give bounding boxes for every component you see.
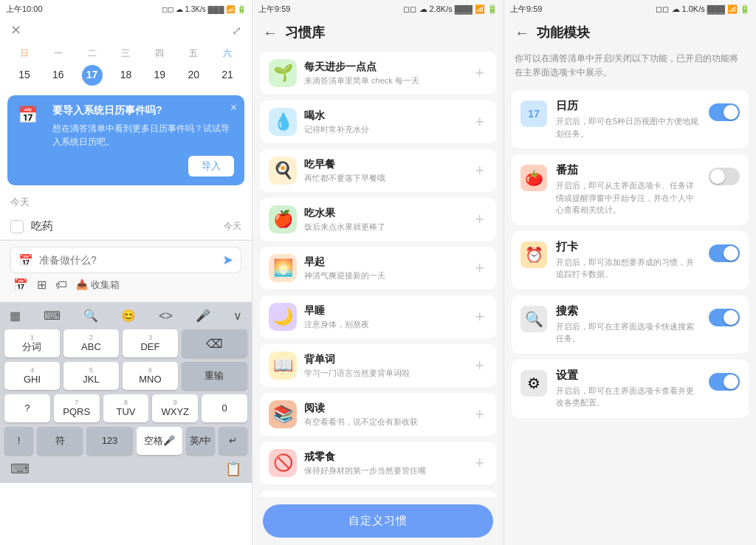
custom-habit-button[interactable]: 自定义习惯 — [263, 504, 493, 538]
panel-habits-library: 上午9:59 ◻◻ ☁ 2.8K/s ▓▓▓ 📶 🔋 ← 习惯库 🌱 每天进步一… — [252, 0, 504, 545]
todo-input[interactable] — [39, 254, 216, 266]
habit-add-btn-2[interactable]: + — [472, 158, 487, 183]
send-icon[interactable]: ➤ — [222, 252, 233, 268]
calendar-icon-small: 📅 — [18, 253, 33, 267]
toolbar-grid-icon[interactable]: ⊞ — [37, 278, 47, 292]
toolbar-tag-icon[interactable]: 🏷 — [55, 278, 67, 292]
import-button[interactable]: 导入 — [188, 156, 234, 176]
habit-add-btn-0[interactable]: + — [472, 61, 487, 86]
status-bar-1: 上午10:00 ◻◻ ☁ 1.3K/s ▓▓▓ 📶 🔋 — [0, 0, 252, 18]
cal-day-20[interactable]: 20 — [183, 65, 204, 86]
kb-key-4[interactable]: 4 GHI — [4, 362, 60, 390]
kb-rewrite-key[interactable]: 重输 — [182, 362, 247, 390]
habit-icon-1: 💧 — [269, 108, 297, 136]
cal-day-16[interactable]: 16 — [48, 65, 69, 86]
cal-day-17[interactable]: 17 — [82, 65, 103, 86]
panel1-header: ✕ ⤢ — [0, 18, 252, 43]
habit-icon-3: 🍎 — [269, 205, 297, 233]
todo-checkbox[interactable] — [10, 220, 24, 233]
module-item-2: ⏰ 打卡 开启后，即可添加想要养成的习惯，并追踪打卡数据。 — [512, 231, 749, 289]
cal-day-18[interactable]: 18 — [115, 65, 136, 86]
kb-keyboard-icon[interactable]: ⌨ — [40, 307, 64, 324]
kb-key-9[interactable]: 9 WXYZ — [152, 394, 198, 422]
kb-key-1[interactable]: 1 分词 — [4, 329, 60, 357]
status-bar-3: 上午9:59 ◻◻ ☁ 1.0K/s ▓▓▓ 📶 🔋 — [504, 0, 756, 18]
status-icons-3: ◻◻ ☁ 1.0K/s ▓▓▓ 📶 🔋 — [656, 4, 750, 14]
habit-add-btn-3[interactable]: + — [472, 207, 487, 232]
habit-add-btn-8[interactable]: + — [472, 450, 487, 476]
module-item-4: ⚙ 设置 开启后，即可在主界面选项卡查看并更改各类配置。 — [512, 360, 749, 418]
keyboard-icon-right[interactable]: 📋 — [225, 461, 241, 477]
kb-key-2[interactable]: 2 ABC — [63, 329, 119, 357]
module-icon-1: 🍅 — [520, 165, 547, 191]
kb-key-7[interactable]: 7 PQRS — [54, 394, 100, 422]
module-desc-3: 开启后，即可在主界面选项卡快速搜索任务。 — [556, 321, 700, 345]
weekday-fri: 五 — [176, 46, 210, 61]
habit-desc-8: 保持好身材的第一步当然要管住嘴 — [304, 465, 464, 476]
weekday-tue: 二 — [75, 46, 109, 61]
habit-name-0: 每天进步一点点 — [304, 61, 464, 74]
kb-key-6[interactable]: 6 MNO — [123, 362, 178, 390]
module-icon-2: ⏰ — [520, 241, 547, 268]
habit-add-btn-4[interactable]: + — [472, 256, 487, 281]
module-name-4: 设置 — [556, 369, 700, 383]
kb-mic-icon[interactable]: 🎤 — [192, 307, 214, 324]
toolbar-calendar-icon[interactable]: 📅 — [13, 278, 28, 292]
module-toggle-3[interactable] — [709, 309, 740, 326]
todo-date: 今天 — [224, 220, 241, 233]
kb-key-123[interactable]: 123 — [86, 427, 132, 455]
close-button[interactable]: ✕ — [10, 22, 21, 38]
kb-key-enter[interactable]: ↵ — [219, 427, 247, 455]
kb-key-5[interactable]: 5 JKL — [63, 362, 119, 390]
toggle-knob-3 — [724, 310, 738, 325]
kb-key-lang[interactable]: 英/中 — [186, 427, 215, 455]
kb-key-8[interactable]: 8 TUV — [103, 394, 149, 422]
back-button-2[interactable]: ← — [263, 24, 278, 41]
kb-emoji-icon[interactable]: 😊 — [117, 307, 140, 324]
kb-delete-key[interactable]: ⌫ — [182, 329, 247, 357]
kb-key-3[interactable]: 3 DEF — [123, 329, 178, 357]
kb-key-0[interactable]: 0 — [202, 394, 247, 422]
kb-key-sym[interactable]: 符 — [37, 427, 83, 455]
time-label-3: 上午9:59 — [510, 4, 542, 15]
cal-day-19[interactable]: 19 — [149, 65, 170, 86]
module-toggle-1[interactable] — [709, 168, 740, 185]
habit-desc-5: 注意身体，别熬夜 — [304, 319, 464, 330]
kb-search-icon[interactable]: 🔍 — [80, 307, 102, 324]
banner-close-button[interactable]: × — [230, 101, 237, 114]
keyboard-top-row: ▦ ⌨ 🔍 😊 <> 🎤 ∨ — [1, 305, 250, 326]
todo-item: 吃药 今天 — [0, 213, 252, 240]
module-item-1: 🍅 番茄 开启后，即可从主界面选项卡、任务详情或提醒弹窗中开始专注，并在个人中心… — [512, 154, 749, 225]
module-toggle-4[interactable] — [709, 373, 740, 391]
panel-feature-modules: 上午9:59 ◻◻ ☁ 1.0K/s ▓▓▓ 📶 🔋 ← 功能模块 你可以在滴答… — [504, 0, 756, 545]
habit-add-btn-1[interactable]: + — [472, 109, 487, 134]
cal-day-15[interactable]: 15 — [14, 65, 35, 86]
calendar-widget: 日 一 二 三 四 五 六 15 16 17 18 19 20 21 — [0, 43, 252, 89]
expand-button[interactable]: ⤢ — [232, 24, 241, 38]
module-icon-3: 🔍 — [520, 306, 547, 332]
kb-grid-icon[interactable]: ▦ — [6, 307, 24, 324]
habit-add-btn-5[interactable]: + — [472, 304, 487, 329]
habit-add-btn-7[interactable]: + — [472, 402, 487, 427]
habit-name-3: 吃水果 — [304, 207, 464, 220]
toggle-knob-2 — [724, 246, 738, 261]
module-toggle-2[interactable] — [709, 244, 740, 262]
toolbar-inbox-label[interactable]: 📥 收集箱 — [76, 278, 120, 292]
kb-code-icon[interactable]: <> — [155, 308, 176, 324]
kb-collapse-icon[interactable]: ∨ — [230, 307, 246, 324]
kb-key-question[interactable]: ? — [4, 394, 50, 422]
module-toggle-0[interactable] — [709, 103, 740, 121]
habit-item-0: 🌱 每天进步一点点 来滴答清单里简单 check 每一天 + — [260, 52, 496, 95]
cal-day-21[interactable]: 21 — [217, 65, 238, 86]
kb-key-space[interactable]: 空格🎤 — [137, 427, 182, 455]
modules-list: 17 日历 开启后，即可在5种日历视图中方便地规划任务。 🍅 番茄 开启后，即可… — [504, 87, 756, 545]
calendar-weekdays: 日 一 二 三 四 五 六 — [7, 46, 244, 61]
back-button-3[interactable]: ← — [515, 24, 529, 41]
keyboard-icon-left[interactable]: ⌨ — [10, 461, 30, 477]
kb-key-excl[interactable]: ! — [4, 427, 33, 455]
calendar-days-row: 15 16 17 18 19 20 21 — [7, 64, 244, 86]
module-name-3: 搜索 — [556, 304, 700, 318]
habits-list: 🌱 每天进步一点点 来滴答清单里简单 check 每一天 + 💧 喝水 记得时常… — [252, 47, 504, 497]
toggle-knob-1 — [710, 169, 725, 184]
habit-add-btn-6[interactable]: + — [472, 353, 487, 378]
